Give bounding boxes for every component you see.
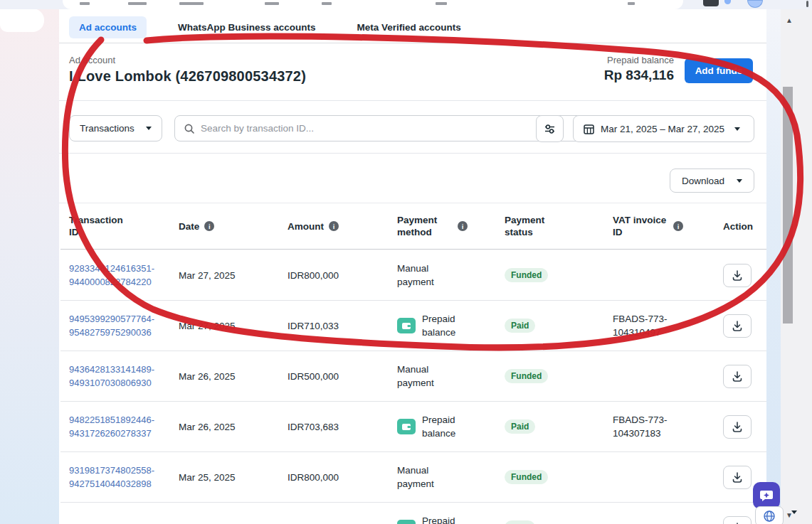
info-icon[interactable]: i <box>204 221 214 231</box>
search-icon <box>184 123 195 134</box>
browser-profile-avatar[interactable] <box>747 0 763 8</box>
status-badge: Paid <box>505 319 535 333</box>
background-pill-shape <box>0 9 44 32</box>
chat-support-button[interactable] <box>753 482 780 509</box>
table-header-row: Transaction ID Date i Amount i Payment m… <box>60 203 766 250</box>
divider <box>59 43 766 43</box>
tab-meta-verified-accounts[interactable]: Meta Verified accounts <box>347 16 471 38</box>
payment-method-cell: Manual payment <box>389 262 496 289</box>
prepaid-balance-label: Prepaid balance <box>607 55 674 65</box>
status-badge: Paid <box>505 520 535 524</box>
download-button[interactable]: Download <box>670 169 754 193</box>
transaction-id-link[interactable]: 9495399290577764- 9548275975290036 <box>60 312 170 339</box>
table-row: 9319817374802558- 9427514044032898 Mar 2… <box>60 452 766 503</box>
prepaid-wallet-icon <box>397 520 416 524</box>
transactions-table-body: 9283346124616351- 9440000822784220 Mar 2… <box>60 250 766 524</box>
info-icon[interactable]: i <box>673 221 683 231</box>
payment-method-cell: Manual payment <box>389 464 496 491</box>
date-cell: Mar 26, 2025 <box>170 422 279 432</box>
filters-button[interactable] <box>536 115 564 142</box>
scrollbar-thumb[interactable] <box>783 87 793 324</box>
browser-extension-icon[interactable] <box>703 0 719 6</box>
transaction-id-link[interactable]: 9283346124616351- 9440000822784220 <box>60 262 170 289</box>
ad-account-name: I Love Lombok (426709800534372) <box>69 68 306 85</box>
status-badge: Funded <box>505 268 548 282</box>
payment-status-cell: Paid <box>496 520 604 524</box>
chat-bubble-icon <box>759 488 774 503</box>
vat-invoice-cell: FBADS-773- 104307183 <box>604 413 715 440</box>
scrollbar-up-arrow[interactable]: ▲ <box>784 16 795 25</box>
download-icon <box>731 471 744 483</box>
payment-status-cell: Funded <box>496 369 604 383</box>
download-invoice-button[interactable] <box>723 314 752 338</box>
language-globe-button[interactable] <box>755 506 784 524</box>
download-invoice-button[interactable] <box>723 516 752 524</box>
vat-invoice-cell: FBADS-773- <box>604 521 715 524</box>
browser-menu-icon[interactable] <box>806 1 808 7</box>
chevron-down-icon <box>734 127 740 131</box>
url-fragment <box>179 2 204 5</box>
ad-account-label: Ad account <box>69 55 115 65</box>
column-header-amount: Amount i <box>279 220 389 232</box>
download-invoice-button[interactable] <box>723 365 752 388</box>
column-header-payment-status: Payment status <box>496 214 604 238</box>
status-badge: Funded <box>505 470 548 484</box>
transaction-type-dropdown[interactable]: Transactions <box>69 115 162 141</box>
transaction-id-link[interactable]: 9482251851892446- 9431726260278337 <box>60 413 170 440</box>
status-badge: Funded <box>505 369 548 383</box>
download-invoice-button[interactable] <box>723 415 752 439</box>
download-invoice-button[interactable] <box>723 466 752 489</box>
action-cell <box>715 415 766 439</box>
date-cell: Mar 27, 2025 <box>170 270 279 281</box>
payment-method-cell: Manual payment <box>389 363 496 390</box>
date-cell: Mar 25, 2025 <box>170 472 279 483</box>
tab-ad-accounts[interactable]: Ad accounts <box>69 16 147 38</box>
url-fragment <box>80 2 90 5</box>
browser-chrome-strip <box>0 0 812 9</box>
transaction-id-link[interactable]: 9425159507601679- <box>60 521 170 524</box>
url-fragment <box>436 2 447 5</box>
column-header-date: Date i <box>170 220 279 232</box>
download-icon <box>731 370 744 383</box>
info-icon[interactable]: i <box>329 221 339 231</box>
divider <box>59 153 766 154</box>
chevron-down-icon <box>146 127 152 130</box>
info-icon[interactable]: i <box>458 221 468 231</box>
download-invoice-button[interactable] <box>723 264 752 287</box>
column-header-payment-method: Payment method i <box>389 214 496 238</box>
transaction-id-link[interactable]: 9319817374802558- 9427514044032898 <box>60 464 170 491</box>
transaction-type-label: Transactions <box>80 123 135 134</box>
url-fragment <box>128 2 147 5</box>
vat-invoice-cell: FBADS-773- 104310497 <box>604 312 715 339</box>
amount-cell: IDR710,033 <box>279 321 389 331</box>
payment-method-cell: Prepaid balance <box>389 514 496 524</box>
action-cell <box>715 314 766 338</box>
table-row: 9425159507601679- Mar 25, 2025 IDR801,00… <box>60 503 766 524</box>
add-funds-button[interactable]: Add funds <box>685 58 753 83</box>
page-background-edge <box>766 9 781 524</box>
date-cell: Mar 26, 2025 <box>170 371 279 382</box>
search-input[interactable] <box>201 123 580 134</box>
chevron-down-icon <box>737 179 742 183</box>
transaction-id-link[interactable]: 9436428133141489- 9493107030806930 <box>60 363 170 390</box>
column-header-action: Action <box>715 220 766 232</box>
download-icon <box>731 522 744 524</box>
chevron-down-icon[interactable] <box>791 510 797 514</box>
column-header-vat-invoice-id: VAT invoice ID i <box>604 214 715 238</box>
table-row: 9283346124616351- 9440000822784220 Mar 2… <box>60 250 766 301</box>
table-row: 9495399290577764- 9548275975290036 Mar 2… <box>60 301 766 351</box>
table-row: 9436428133141489- 9493107030806930 Mar 2… <box>60 351 766 402</box>
date-range-picker[interactable]: Mar 21, 2025 – Mar 27, 2025 <box>573 115 754 142</box>
download-icon <box>731 421 744 433</box>
divider <box>59 100 766 101</box>
browser-omnibox-remnant <box>63 0 683 9</box>
action-cell <box>715 365 766 388</box>
date-range-label: Mar 21, 2025 – Mar 27, 2025 <box>601 124 724 134</box>
browser-bookmark-icon[interactable] <box>724 0 731 4</box>
payment-method-cell: Prepaid balance <box>389 312 496 339</box>
payment-status-cell: Paid <box>496 419 604 434</box>
tab-whatsapp-business-accounts[interactable]: WhatsApp Business accounts <box>168 16 326 38</box>
calendar-icon <box>583 123 595 135</box>
amount-cell: IDR800,000 <box>279 270 389 281</box>
amount-cell: IDR703,683 <box>279 422 389 432</box>
